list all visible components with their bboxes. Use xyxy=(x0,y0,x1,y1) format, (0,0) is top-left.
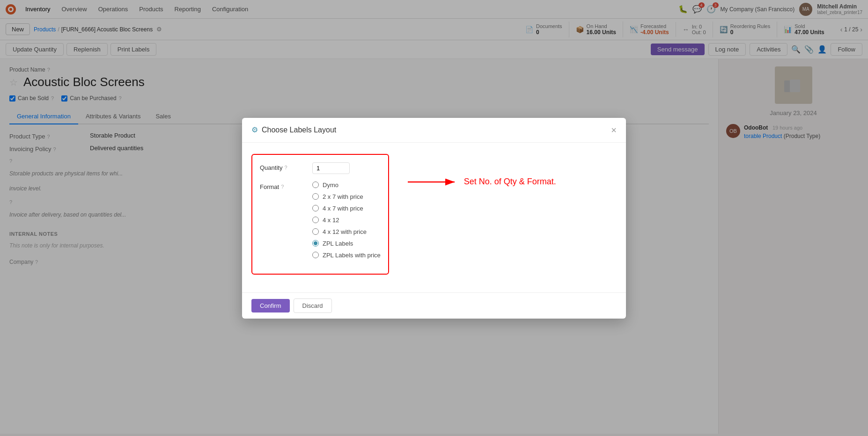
format-label-dymo: Dymo xyxy=(323,182,338,189)
format-option-2x7price[interactable]: 2 x 7 with price xyxy=(312,193,381,200)
modal-close-button[interactable]: × xyxy=(611,125,617,135)
modal-header: ⚙ Choose Labels Layout × xyxy=(242,118,626,143)
quantity-label: Quantity ? xyxy=(260,162,307,171)
modal-footer: Confirm Discard xyxy=(242,292,626,319)
quantity-help-icon[interactable]: ? xyxy=(284,165,287,170)
format-radio-4x12price[interactable] xyxy=(312,228,319,235)
modal-content-row: Quantity ? Format ? Dymo2 x 7 with price… xyxy=(251,154,617,275)
discard-button[interactable]: Discard xyxy=(294,298,332,313)
quantity-row: Quantity ? xyxy=(260,162,381,174)
format-label: Format ? xyxy=(260,182,307,190)
annotation-text: Set No. of Qty & Format. xyxy=(464,177,556,187)
format-radio-zpl[interactable] xyxy=(312,240,319,247)
format-label-zpl: ZPL Labels xyxy=(323,240,353,247)
format-help-icon[interactable]: ? xyxy=(281,184,284,189)
format-option-zpl[interactable]: ZPL Labels xyxy=(312,240,381,247)
format-option-zplprice[interactable]: ZPL Labels with price xyxy=(312,252,381,259)
format-label-4x12price: 4 x 12 with price xyxy=(323,228,367,235)
annotation-container: Set No. of Qty & Format. xyxy=(408,173,556,191)
format-radio-2x7price[interactable] xyxy=(312,193,319,200)
modal-overlay[interactable]: ⚙ Choose Labels Layout × Quantity ? xyxy=(0,0,868,434)
choose-labels-modal: ⚙ Choose Labels Layout × Quantity ? xyxy=(242,118,626,319)
format-label-4x7price: 4 x 7 with price xyxy=(323,205,363,212)
format-label-2x7price: 2 x 7 with price xyxy=(323,193,363,200)
format-option-dymo[interactable]: Dymo xyxy=(312,182,381,189)
modal-title-text: Choose Labels Layout xyxy=(262,126,336,134)
format-label-zplprice: ZPL Labels with price xyxy=(323,252,381,259)
format-radio-zplprice[interactable] xyxy=(312,252,319,258)
format-row: Format ? Dymo2 x 7 with price4 x 7 with … xyxy=(260,182,381,259)
format-option-4x12[interactable]: 4 x 12 xyxy=(312,217,381,224)
format-option-4x12price[interactable]: 4 x 12 with price xyxy=(312,228,381,235)
confirm-button[interactable]: Confirm xyxy=(251,299,290,312)
modal-title-icon: ⚙ xyxy=(251,125,258,134)
format-radio-group: Dymo2 x 7 with price4 x 7 with price4 x … xyxy=(312,182,381,259)
format-label-4x12: 4 x 12 xyxy=(323,217,339,224)
quantity-input[interactable] xyxy=(312,162,350,174)
modal-title: ⚙ Choose Labels Layout xyxy=(251,125,336,134)
modal-body: Quantity ? Format ? Dymo2 x 7 with price… xyxy=(242,143,626,292)
format-radio-4x12[interactable] xyxy=(312,217,319,223)
format-radio-dymo[interactable] xyxy=(312,182,319,188)
modal-form-annotated-box: Quantity ? Format ? Dymo2 x 7 with price… xyxy=(251,154,389,275)
format-radio-4x7price[interactable] xyxy=(312,205,319,211)
annotation-arrow-svg xyxy=(408,173,464,191)
format-option-4x7price[interactable]: 4 x 7 with price xyxy=(312,205,381,212)
